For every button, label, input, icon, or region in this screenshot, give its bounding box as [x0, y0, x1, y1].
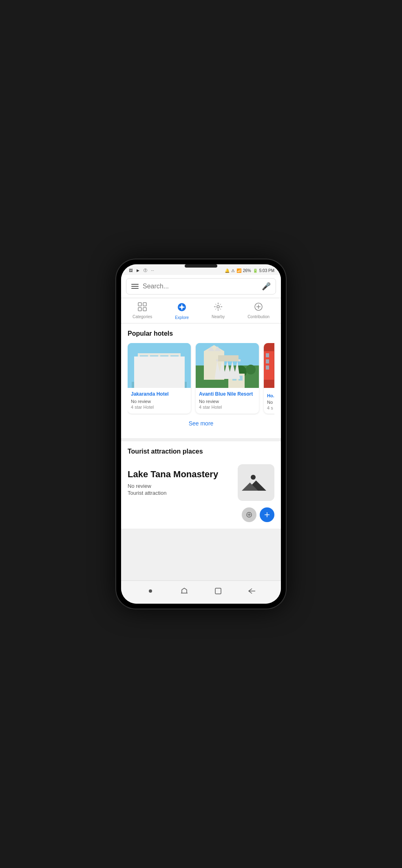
svg-line-11 — [215, 304, 216, 305]
phone-frame: 🖼 ▶ ⓕ ··· 🔔 ⚠ 📶 26% 🔋 5:03 PM — [115, 259, 287, 609]
svg-point-43 — [246, 365, 256, 374]
hotel-image-1 — [128, 343, 191, 388]
content-area: Popular hotels — [121, 323, 281, 580]
categories-label: Categories — [133, 314, 152, 319]
hamburger-line — [131, 288, 139, 289]
hotels-scroll[interactable]: Jakaranda Hotel No review 4 star Hotel — [128, 343, 274, 415]
nav-tabs: Categories Explore — [121, 298, 281, 323]
tab-categories[interactable]: Categories — [129, 301, 155, 321]
battery-icon: 🔋 — [253, 268, 258, 273]
attraction-type-1: Tourist attraction — [128, 490, 231, 496]
back-button[interactable] — [244, 585, 260, 597]
status-right-icons: 🔔 ⚠ 📶 26% 🔋 5:03 PM — [225, 268, 274, 273]
hotel-stars-3: 4 s — [267, 405, 274, 410]
hotel-review-2: No review — [199, 399, 256, 404]
hotel-name-3: Ho... — [267, 393, 274, 399]
hotels-section: Popular hotels — [121, 323, 281, 438]
search-input[interactable] — [143, 283, 258, 290]
hotel-info-3: Ho... No 4 s — [264, 390, 274, 414]
svg-rect-27 — [170, 363, 179, 370]
svg-rect-32 — [152, 380, 166, 388]
svg-rect-22 — [160, 355, 168, 361]
tab-explore[interactable]: Explore — [172, 301, 192, 321]
tab-nearby[interactable]: Nearby — [208, 301, 228, 321]
svg-rect-30 — [160, 372, 168, 378]
square-button[interactable] — [210, 585, 226, 597]
svg-rect-24 — [140, 363, 148, 370]
svg-rect-18 — [128, 343, 191, 388]
search-bar[interactable]: 🎤 — [126, 278, 276, 294]
svg-rect-3 — [143, 308, 146, 311]
youtube-status-icon: ▶ — [135, 268, 141, 273]
status-left-icons: 🖼 ▶ ⓕ ··· — [128, 268, 155, 273]
battery-warning-icon: 🔔 — [225, 268, 230, 273]
tourist-title: Tourist attraction places — [128, 448, 274, 455]
phone-notch — [185, 264, 217, 268]
battery-percent: 26% — [243, 268, 251, 273]
bottom-nav — [121, 580, 281, 604]
dots-status-icon: ··· — [150, 268, 155, 273]
phone-screen: 🖼 ▶ ⓕ ··· 🔔 ⚠ 📶 26% 🔋 5:03 PM — [121, 264, 281, 604]
tab-contribution[interactable]: Contribution — [244, 301, 273, 321]
home-button[interactable] — [142, 585, 159, 597]
fab-blue-button[interactable] — [260, 507, 274, 522]
svg-rect-20 — [140, 355, 148, 361]
svg-rect-41 — [218, 355, 239, 361]
menu-button[interactable] — [131, 284, 139, 289]
hotel-card-2[interactable]: Avanti Blue Nile Resort No review 4 star… — [196, 343, 259, 414]
nearby-label: Nearby — [212, 314, 225, 319]
hotels-title: Popular hotels — [128, 330, 274, 337]
svg-rect-63 — [215, 588, 221, 594]
svg-line-14 — [215, 309, 216, 310]
explore-icon — [177, 302, 187, 314]
hotel-review-1: No review — [131, 399, 188, 404]
fb-status-icon: ⓕ — [142, 268, 148, 273]
hotel-name-2: Avanti Blue Nile Resort — [199, 391, 256, 398]
svg-rect-52 — [266, 365, 269, 370]
svg-rect-50 — [266, 353, 269, 357]
svg-rect-25 — [150, 363, 158, 370]
svg-line-12 — [220, 309, 221, 310]
svg-rect-51 — [266, 359, 269, 363]
hotel-card-1[interactable]: Jakaranda Hotel No review 4 star Hotel — [128, 343, 191, 414]
image-status-icon: 🖼 — [128, 268, 133, 273]
svg-rect-21 — [150, 355, 158, 361]
sync-icon: ⚠ — [231, 268, 235, 273]
hotel-review-3: No — [267, 400, 274, 405]
svg-point-6 — [217, 306, 219, 308]
attraction-name-1: Lake Tana Monastery — [128, 469, 231, 480]
attraction-info-1: Lake Tana Monastery No review Tourist at… — [128, 469, 231, 496]
hotel-name-1: Jakaranda Hotel — [131, 391, 188, 398]
contribution-icon — [254, 302, 263, 313]
hotel-info-1: Jakaranda Hotel No review 4 star Hotel — [128, 388, 191, 413]
svg-rect-28 — [140, 372, 148, 378]
svg-point-53 — [251, 475, 256, 480]
recent-apps-button[interactable] — [176, 585, 192, 597]
hotel-card-3[interactable]: Ho... No 4 s — [264, 343, 274, 414]
svg-rect-33 — [132, 382, 187, 388]
tourist-section: Tourist attraction places Lake Tana Mona… — [121, 441, 281, 529]
svg-rect-23 — [170, 355, 179, 361]
contribution-label: Contribution — [247, 314, 269, 319]
hamburger-line — [131, 284, 139, 285]
explore-label: Explore — [175, 315, 189, 320]
time: 5:03 PM — [259, 268, 274, 273]
hotel-stars-2: 4 star Hotel — [199, 405, 256, 410]
hotel-stars-1: 4 star Hotel — [131, 405, 188, 410]
hotel-image-3 — [264, 343, 274, 390]
hotel-info-2: Avanti Blue Nile Resort No review 4 star… — [196, 388, 259, 413]
categories-icon — [138, 302, 147, 313]
hamburger-line — [131, 286, 139, 287]
hotel-image-2 — [196, 343, 259, 388]
svg-rect-29 — [150, 372, 158, 378]
attraction-card-1[interactable]: Lake Tana Monastery No review Tourist at… — [128, 461, 274, 504]
svg-rect-46 — [239, 376, 243, 381]
see-more-button[interactable]: See more — [128, 415, 274, 432]
svg-point-61 — [149, 589, 152, 593]
svg-rect-1 — [143, 303, 146, 306]
mic-icon[interactable]: 🎤 — [262, 282, 271, 291]
svg-rect-0 — [138, 303, 141, 306]
fab-gray-button[interactable] — [242, 507, 256, 522]
svg-rect-2 — [138, 308, 141, 311]
svg-rect-45 — [232, 376, 236, 381]
